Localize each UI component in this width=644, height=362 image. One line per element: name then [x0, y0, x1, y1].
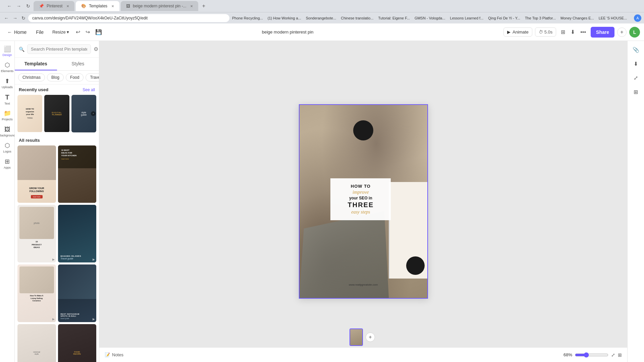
- fit-page-button[interactable]: ⊞: [618, 352, 622, 358]
- template-bali-instagram[interactable]: BEST INSTAGRAMSPOTS IN BALI travel guide…: [58, 264, 97, 322]
- notes-button[interactable]: 📝 Notes: [105, 352, 123, 357]
- tab-pinterest[interactable]: 📌 Pinterest ✕: [34, 1, 74, 11]
- user-avatar[interactable]: L: [629, 27, 640, 38]
- template-dark-food[interactable]: FOODRECIPE: [58, 324, 97, 362]
- bookmark[interactable]: Tutorial: Eigene F...: [377, 15, 411, 21]
- see-all-button[interactable]: See all: [83, 87, 95, 92]
- download-button[interactable]: ⬇: [569, 27, 577, 37]
- share-button[interactable]: Share: [591, 27, 614, 38]
- right-notes-icon[interactable]: 📎: [630, 44, 642, 56]
- template-bahama-islands[interactable]: BAHAMA ISLANDS Travel guide ▶: [58, 205, 97, 262]
- search-icon: 🔍: [19, 47, 24, 52]
- back-btn[interactable]: ←: [5, 2, 13, 10]
- zoom-slider[interactable]: [575, 352, 608, 358]
- template-grow-following[interactable]: GROW YOURFOLLOWING read more: [17, 145, 56, 203]
- new-tab-button[interactable]: +: [200, 2, 208, 10]
- recently-used-grid: HOW TOorganizeyour life THREE DIGITAL PL…: [17, 95, 96, 132]
- right-expand-icon[interactable]: ⤢: [630, 72, 642, 84]
- sidebar-item-elements[interactable]: ⬡ Elements: [1, 60, 14, 74]
- template-minimal-1[interactable]: minimalstyle: [17, 324, 56, 362]
- bookmark[interactable]: Money Changes E...: [559, 15, 595, 21]
- grid-view-button[interactable]: ⊞: [559, 27, 567, 37]
- browser-chrome: ← → ↻ 📌 Pinterest ✕ 🎨 Templates ✕ 🖼 beig…: [0, 0, 644, 12]
- bookmark[interactable]: The Top 3 Platfor...: [524, 15, 557, 21]
- nav-forward[interactable]: →: [11, 14, 19, 22]
- pin-text-box[interactable]: HOW TO improve your SEO in THREE easy st…: [330, 178, 391, 220]
- nav-refresh[interactable]: ↻: [20, 14, 27, 22]
- tab-close[interactable]: ✕: [190, 4, 193, 8]
- plus-button[interactable]: +: [617, 27, 627, 37]
- recently-used-title: Recently used: [19, 87, 48, 92]
- save-button[interactable]: 💾: [94, 27, 103, 37]
- bookmark[interactable]: (1) How Working a...: [266, 15, 303, 21]
- sidebar-item-projects[interactable]: 📁 Projects: [1, 108, 14, 123]
- file-menu[interactable]: File: [33, 27, 47, 37]
- fullscreen-button[interactable]: ⤢: [611, 352, 615, 358]
- sidebar-item-apps[interactable]: ⊞ Apps: [1, 156, 14, 171]
- bookmark[interactable]: LEE 'S HOUSE...: [597, 15, 629, 21]
- tab-close[interactable]: ✕: [111, 4, 114, 8]
- nav-back[interactable]: ←: [3, 14, 10, 22]
- browser-profile[interactable]: A: [634, 14, 641, 22]
- tab-favicon: 🎨: [81, 4, 86, 8]
- resize-button[interactable]: Resize ▾: [50, 27, 72, 37]
- improve-text: improve: [336, 189, 385, 195]
- apps-icon: ⊞: [5, 158, 10, 165]
- sidebar-item-logos[interactable]: ⬡ Logos: [1, 140, 14, 155]
- tab-canva[interactable]: 🖼 beige modern pinterest pin -... ✕: [121, 1, 198, 11]
- add-page-button[interactable]: +: [366, 333, 375, 342]
- sidebar-item-design[interactable]: ⬜ Design: [1, 44, 14, 58]
- recent-template-1[interactable]: HOW TOorganizeyour life THREE: [17, 95, 42, 132]
- tab-favicon: 🖼: [126, 4, 130, 8]
- chip-blog[interactable]: Blog: [47, 73, 64, 81]
- chip-food[interactable]: Food: [66, 73, 84, 81]
- bookmark[interactable]: Sonderangebote...: [305, 15, 338, 21]
- tab-close[interactable]: ✕: [66, 4, 69, 8]
- panel-tabs: Templates Styles: [15, 58, 99, 71]
- address-input[interactable]: [28, 14, 229, 22]
- recent-template-3[interactable]: styleguide ›: [71, 95, 96, 132]
- tab-label: Templates: [89, 4, 107, 8]
- sidebar-item-uploads[interactable]: ⬆ Uploads: [1, 76, 14, 90]
- animate-button[interactable]: ▶ Animate: [503, 27, 532, 37]
- filter-chips: Christmas Blog Food Travel Ket ›: [15, 71, 99, 84]
- template-best-ideas[interactable]: 10 BESTIDEAS FORYOUR KITCHEN read more: [58, 145, 97, 203]
- bookmark[interactable]: GMSN - Vologda...: [413, 15, 447, 21]
- bookmark[interactable]: Phone Recycling...: [231, 15, 264, 21]
- bookmarks-bar: Phone Recycling... (1) How Working a... …: [231, 15, 630, 21]
- chip-travel[interactable]: Travel: [86, 73, 99, 81]
- design-canvas[interactable]: HOW TO improve your SEO in THREE easy st…: [299, 104, 428, 299]
- notes-label: Notes: [112, 352, 123, 357]
- undo-button[interactable]: ↩: [74, 27, 82, 37]
- more-button[interactable]: •••: [578, 27, 588, 37]
- tab-templates[interactable]: 🎨 Templates ✕: [76, 1, 119, 11]
- home-button[interactable]: ← Home: [4, 27, 30, 37]
- sidebar-item-background[interactable]: 🖼 Background: [1, 124, 14, 139]
- zoom-controls: 68% ⤢ ⊞: [564, 352, 622, 358]
- template-ceramics[interactable]: How To Make ALiving SellingCeramics ▶: [17, 264, 56, 322]
- right-download-icon[interactable]: ⬇: [630, 58, 642, 70]
- zoom-level-display: 68%: [564, 352, 572, 357]
- refresh-btn[interactable]: ↻: [24, 2, 32, 10]
- tab-templates[interactable]: Templates: [15, 58, 57, 70]
- animate-label: Animate: [513, 29, 529, 35]
- right-fullscreen-icon[interactable]: ⊞: [630, 86, 642, 98]
- design-icon: ⬜: [4, 45, 11, 53]
- recent-template-2[interactable]: DIGITAL PLANNER: [44, 95, 69, 132]
- bookmark[interactable]: Chinese translatio...: [339, 15, 375, 21]
- dark-circle-bottom: [406, 256, 425, 275]
- sidebar-projects-label: Projects: [2, 118, 13, 121]
- search-input[interactable]: [27, 44, 91, 54]
- sidebar-item-text[interactable]: T Text: [1, 92, 14, 107]
- page-thumb-1[interactable]: [350, 328, 363, 346]
- page-thumb-1-image: [350, 329, 362, 345]
- redo-button[interactable]: ↪: [84, 27, 91, 37]
- bookmark[interactable]: Lessons Learned f...: [449, 15, 485, 21]
- tab-styles[interactable]: Styles: [57, 58, 99, 70]
- filter-button[interactable]: ⚙: [94, 46, 98, 52]
- forward-btn[interactable]: →: [15, 2, 23, 10]
- chip-christmas[interactable]: Christmas: [18, 73, 45, 81]
- timer-display[interactable]: ⏱ 5.0s: [535, 27, 556, 37]
- template-product-ideas[interactable]: photo 15PRODUCTIDEAS ▶: [17, 205, 56, 262]
- bookmark[interactable]: Qing Fei De Yi - Y...: [487, 15, 522, 21]
